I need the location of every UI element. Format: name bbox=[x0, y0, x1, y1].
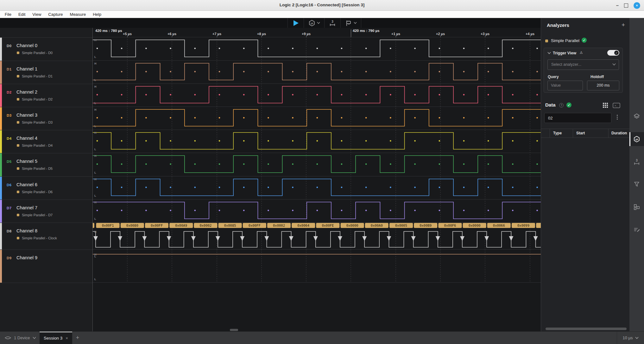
analyzer-item[interactable]: Simple Parallel ✓ bbox=[541, 37, 629, 45]
side-tool-layers[interactable] bbox=[629, 109, 644, 123]
svg-text:H: H bbox=[94, 39, 97, 42]
svg-text:0x00F6: 0x00F6 bbox=[444, 224, 456, 227]
waveform-plot[interactable]: HLHLHLHLHLHLHLHLHL00x00F10x00800x00FF0x0… bbox=[93, 37, 541, 283]
close-tab-icon[interactable]: × bbox=[66, 336, 68, 341]
device-settings-button[interactable]: 1F bbox=[304, 18, 324, 28]
layers-icon bbox=[633, 113, 641, 120]
channel-row-D4[interactable]: D4Channel 4Simple Parallel - D4 bbox=[0, 130, 92, 153]
channel-id: D0 bbox=[7, 44, 12, 48]
sample-dots-D2 bbox=[97, 94, 538, 95]
analyzer-color-swatch bbox=[17, 121, 19, 124]
channel-color-stripe bbox=[0, 200, 2, 223]
channel-id: D6 bbox=[7, 183, 12, 187]
sample-dots-D0 bbox=[97, 48, 538, 49]
analyzer-color-swatch bbox=[17, 167, 19, 170]
minimize-button[interactable]: – bbox=[616, 4, 619, 7]
svg-text:0x0064: 0x0064 bbox=[297, 224, 309, 227]
svg-text:0x00F1: 0x00F1 bbox=[102, 224, 114, 227]
analyzer-color-swatch bbox=[545, 40, 548, 42]
channel-row-D3[interactable]: D3Channel 3Simple Parallel - D3 bbox=[0, 107, 92, 130]
svg-text:0x00FE: 0x00FE bbox=[322, 224, 334, 227]
menu-edit[interactable]: Edit bbox=[15, 11, 29, 18]
toolbar-separator bbox=[361, 18, 361, 28]
channel-row-D9[interactable]: D9Channel 9 bbox=[0, 249, 92, 283]
channel-row-D2[interactable]: D2Channel 2Simple Parallel - D2 bbox=[0, 84, 92, 107]
column-header-type[interactable]: Type bbox=[553, 131, 562, 135]
device-selector[interactable]: 1 Device bbox=[4, 332, 36, 344]
channel-analyzer: Simple Parallel - D7 bbox=[17, 213, 53, 217]
svg-text:0x0000: 0x0000 bbox=[469, 224, 481, 227]
menu-measure[interactable]: Measure bbox=[66, 11, 90, 18]
data-panel-scrollbar[interactable] bbox=[546, 328, 627, 330]
channel-color-stripe bbox=[0, 223, 2, 249]
close-button[interactable]: × bbox=[634, 2, 640, 9]
channel-row-D5[interactable]: D5Channel 5Simple Parallel - D5 bbox=[0, 153, 92, 176]
svg-text:0x0066: 0x0066 bbox=[493, 224, 505, 227]
tab-session-3[interactable]: Session 3 × bbox=[40, 332, 72, 344]
side-tool-measurements[interactable]: 3 bbox=[629, 155, 644, 169]
table-view-icon[interactable] bbox=[603, 103, 608, 108]
channel-row-D1[interactable]: D1Channel 1Simple Parallel - D1 bbox=[0, 61, 92, 84]
svg-text:3: 3 bbox=[331, 20, 333, 23]
holdoff-input[interactable]: 200 ms bbox=[587, 81, 619, 90]
timeline-ruler[interactable]: 420 ms : 780 µs420 ms : 790 µs+5 µs+6 µs… bbox=[93, 28, 541, 37]
side-tool-extensions[interactable] bbox=[629, 200, 644, 214]
column-header-start[interactable]: Start bbox=[576, 131, 585, 135]
timescale-value: 10 µs bbox=[622, 335, 633, 340]
maximize-button[interactable] bbox=[624, 3, 628, 8]
channel-analyzer: Simple Parallel - D5 bbox=[17, 167, 53, 170]
channel-name: Channel 8 bbox=[16, 228, 37, 233]
new-tab-button[interactable]: + bbox=[73, 332, 82, 344]
horizontal-scrollbar[interactable] bbox=[230, 329, 238, 331]
menu-help[interactable]: Help bbox=[89, 11, 105, 18]
column-divider bbox=[573, 129, 573, 138]
analyzers-panel: Analyzers + Simple Parallel ✓ Trigger Vi… bbox=[541, 18, 629, 331]
trigger-view-toggle[interactable]: ✓ bbox=[607, 50, 619, 56]
svg-text:L: L bbox=[94, 125, 96, 128]
channel-name: Channel 2 bbox=[16, 89, 37, 95]
add-analyzer-button[interactable]: + bbox=[622, 22, 625, 28]
channel-id: D4 bbox=[7, 137, 12, 140]
menu-view[interactable]: View bbox=[29, 11, 45, 18]
channel-name: Channel 9 bbox=[16, 255, 37, 260]
column-divider bbox=[608, 129, 609, 138]
annotations-icon bbox=[633, 226, 641, 234]
start-capture-button[interactable] bbox=[288, 18, 304, 28]
titlebar: Logic 2 [Logic16 - Connected] [Session 3… bbox=[0, 0, 644, 11]
device-icon bbox=[4, 335, 11, 340]
channel-row-D0[interactable]: D0Channel 0Simple Parallel - D0 bbox=[0, 37, 92, 61]
query-input[interactable]: Value bbox=[547, 81, 583, 90]
menu-capture[interactable]: Capture bbox=[45, 11, 66, 18]
data-search-input[interactable]: 02 bbox=[544, 113, 611, 123]
channel-list: D0Channel 0Simple Parallel - D0D1Channel… bbox=[0, 28, 93, 331]
capture-presets-button[interactable] bbox=[341, 18, 361, 28]
chevron-down-icon[interactable] bbox=[547, 52, 551, 54]
measurements-button[interactable]: 3 bbox=[325, 18, 340, 28]
channel-row-D8[interactable]: D8Channel 8Simple Parallel - Clock bbox=[0, 223, 92, 249]
side-tool-trigger[interactable] bbox=[629, 177, 644, 191]
side-tool-parallel-analyzer[interactable]: 1F bbox=[629, 132, 644, 146]
svg-text:H: H bbox=[94, 108, 97, 111]
channel-color-stripe bbox=[0, 84, 2, 107]
menu-file[interactable]: File bbox=[1, 11, 15, 18]
channel-id: D3 bbox=[7, 114, 12, 117]
channel-color-stripe bbox=[0, 177, 2, 200]
channel-row-D6[interactable]: D6Channel 6Simple Parallel - D6 bbox=[0, 176, 92, 200]
help-icon[interactable]: ? bbox=[559, 103, 564, 108]
analyzer-select[interactable]: Select analyzer... bbox=[547, 59, 619, 70]
channel-id: D9 bbox=[7, 256, 12, 260]
side-tool-annotations[interactable] bbox=[629, 223, 644, 237]
holdoff-label: Holdoff bbox=[590, 75, 604, 79]
data-options-button[interactable] bbox=[617, 115, 618, 120]
column-divider bbox=[550, 129, 550, 138]
terminal-icon[interactable]: >_ bbox=[613, 103, 620, 108]
channel-analyzer: Simple Parallel - D0 bbox=[17, 51, 53, 55]
channel-row-D7[interactable]: D7Channel 7Simple Parallel - D7 bbox=[0, 200, 92, 223]
timescale-selector[interactable]: 10 µs bbox=[617, 332, 644, 344]
warning-icon: ⚠ bbox=[580, 51, 583, 55]
column-header-duration[interactable]: Duration bbox=[611, 131, 627, 135]
channel-id: D2 bbox=[7, 90, 12, 94]
svg-text:L: L bbox=[94, 278, 96, 281]
toggle-check-icon: ✓ bbox=[614, 51, 619, 55]
extensions-icon bbox=[633, 203, 641, 211]
